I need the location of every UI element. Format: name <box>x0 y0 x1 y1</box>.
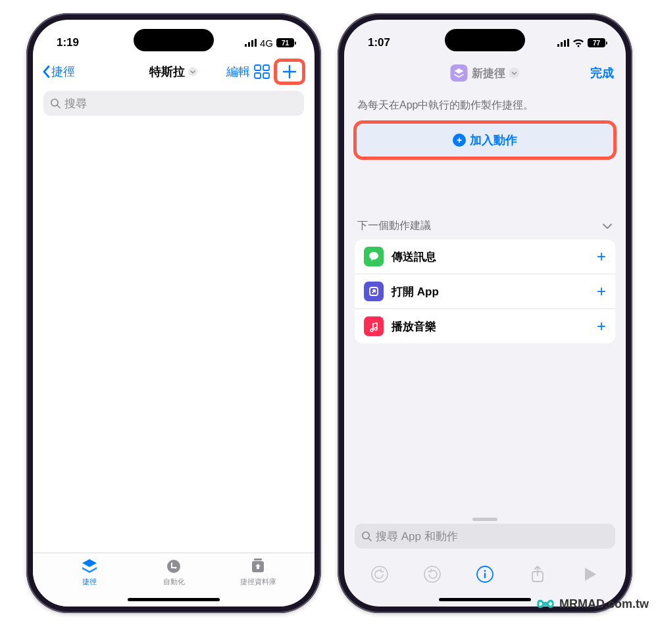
tab-shortcuts[interactable]: 捷徑 <box>63 558 116 607</box>
cellular-icon <box>557 39 569 47</box>
svg-rect-2 <box>251 40 253 47</box>
svg-point-24 <box>484 570 486 572</box>
svg-rect-17 <box>567 39 569 47</box>
navigation-bar: 捷徑 特斯拉 編輯 <box>33 57 315 87</box>
svg-point-18 <box>509 68 520 78</box>
svg-rect-16 <box>564 40 566 47</box>
tab-label: 捷徑 <box>82 577 97 587</box>
battery-indicator: 71 <box>276 38 296 47</box>
status-time: 1:19 <box>57 36 79 49</box>
battery-level: 71 <box>276 38 294 47</box>
nav-title[interactable]: 特斯拉 <box>149 64 198 80</box>
svg-point-22 <box>424 566 440 582</box>
svg-rect-15 <box>561 42 563 47</box>
add-action-label: 加入動作 <box>470 132 517 148</box>
shortcuts-icon <box>80 558 99 574</box>
redo-button[interactable] <box>421 563 443 585</box>
svg-rect-3 <box>255 39 257 47</box>
gallery-icon <box>249 558 267 574</box>
home-indicator[interactable] <box>439 598 531 601</box>
message-icon <box>364 247 384 266</box>
dynamic-island <box>134 29 214 51</box>
share-icon <box>530 565 545 583</box>
tab-label: 自動化 <box>163 577 185 587</box>
suggestions-title: 下一個動作建議 <box>357 219 431 233</box>
svg-point-4 <box>188 67 197 76</box>
status-network: 4G <box>260 37 273 49</box>
svg-rect-7 <box>255 73 261 78</box>
play-icon <box>583 566 597 582</box>
play-button[interactable] <box>579 563 601 585</box>
watermark-logo-icon <box>536 594 555 614</box>
battery-level: 77 <box>588 38 605 47</box>
shortcut-title[interactable]: 新捷徑 <box>451 64 520 82</box>
back-label: 捷徑 <box>51 64 75 80</box>
search-icon <box>50 98 61 109</box>
svg-rect-25 <box>484 573 486 578</box>
action-search-input[interactable]: 搜尋 App 和動作 <box>355 524 615 549</box>
tab-label: 捷徑資料庫 <box>240 577 276 587</box>
add-suggestion-button[interactable]: + <box>597 282 606 301</box>
back-button[interactable]: 捷徑 <box>42 64 75 80</box>
shortcut-icon <box>451 64 468 82</box>
navigation-bar: 新捷徑 完成 <box>344 57 626 89</box>
chevron-down-icon <box>509 68 520 78</box>
add-action-button[interactable]: + 加入動作 <box>357 124 613 157</box>
highlight-add <box>274 59 305 85</box>
status-time: 1:07 <box>368 36 390 49</box>
grid-icon <box>254 64 270 79</box>
suggestion-label: 打開 App <box>392 284 439 299</box>
watermark: MRMAD.com.tw <box>536 594 649 614</box>
suggestion-label: 播放音樂 <box>392 319 436 334</box>
suggestions-list: 傳送訊息 + 打開 App + 播放音樂 + <box>355 239 615 343</box>
battery-indicator: 77 <box>588 38 607 47</box>
view-grid-button[interactable] <box>254 64 270 79</box>
phone-frame-right: 1:07 77 新捷徑 完成 <box>338 13 632 613</box>
highlight-add-action: + 加入動作 <box>353 120 617 160</box>
svg-rect-14 <box>557 44 559 47</box>
dynamic-island <box>445 29 525 51</box>
chevron-down-icon <box>188 66 198 77</box>
folder-title: 特斯拉 <box>149 64 185 80</box>
add-suggestion-button[interactable]: + <box>597 247 606 266</box>
undo-button[interactable] <box>368 563 391 585</box>
hint-text: 為每天在App中執行的動作製作捷徑。 <box>344 89 626 120</box>
suggestion-row[interactable]: 打開 App + <box>355 274 615 309</box>
share-button[interactable] <box>526 563 549 585</box>
chevron-left-icon <box>42 65 50 78</box>
plus-circle-icon: + <box>453 134 466 147</box>
svg-rect-5 <box>255 65 261 70</box>
automation-icon <box>164 558 183 574</box>
home-indicator[interactable] <box>128 598 220 601</box>
open-app-icon <box>364 282 384 301</box>
add-shortcut-button[interactable] <box>282 64 297 79</box>
svg-rect-0 <box>245 44 247 47</box>
phone-frame-left: 1:19 4G 71 捷徑 特斯拉 <box>26 13 321 613</box>
suggestion-row[interactable]: 播放音樂 + <box>355 309 615 343</box>
tab-gallery[interactable]: 捷徑資料庫 <box>232 558 284 607</box>
search-placeholder: 搜尋 <box>64 96 87 111</box>
empty-content <box>33 116 315 553</box>
svg-point-11 <box>175 567 177 569</box>
suggestion-row[interactable]: 傳送訊息 + <box>355 239 615 274</box>
svg-point-10 <box>167 560 180 573</box>
plus-icon <box>282 64 297 79</box>
svg-rect-1 <box>248 42 250 47</box>
suggestion-label: 傳送訊息 <box>392 249 436 264</box>
svg-rect-8 <box>263 73 269 78</box>
suggestions-header[interactable]: 下一個動作建議 <box>344 160 626 239</box>
add-suggestion-button[interactable]: + <box>597 317 606 335</box>
svg-point-21 <box>372 566 388 582</box>
done-button[interactable]: 完成 <box>590 65 614 81</box>
undo-icon <box>370 565 389 583</box>
screen-right: 1:07 77 新捷徑 完成 <box>344 20 626 607</box>
music-icon <box>364 316 384 336</box>
sheet-grabber[interactable] <box>472 518 497 521</box>
shortcut-name: 新捷徑 <box>472 66 505 81</box>
edit-button[interactable]: 編輯 <box>226 64 250 80</box>
svg-rect-13 <box>254 558 262 560</box>
info-button[interactable] <box>474 563 496 585</box>
svg-rect-6 <box>263 65 269 70</box>
search-input[interactable]: 搜尋 <box>43 91 304 116</box>
chevron-down-icon <box>602 223 613 230</box>
